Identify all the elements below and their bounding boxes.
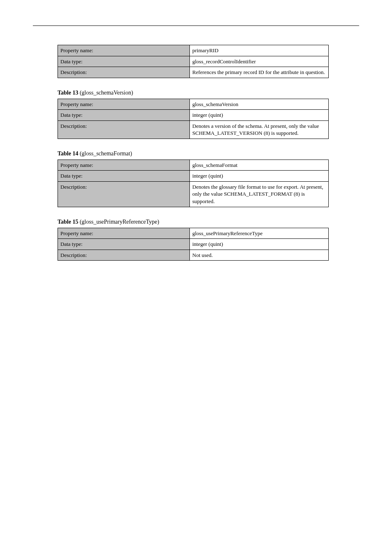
table-row: Data type:integer (quint): [58, 171, 329, 182]
property-table: Property name:gloss_schemaVersionData ty…: [58, 99, 329, 139]
table-row: Data type:integer (quint): [58, 239, 329, 250]
data-type-label: Data type:: [58, 239, 190, 250]
table-row: Description:Denotes a version of the sch…: [58, 120, 329, 139]
property-name-label: Property name:: [58, 45, 190, 56]
property-name-value: gloss_schemaVersion: [190, 99, 329, 110]
data-type-value: integer (quint): [190, 239, 329, 250]
property-name-label: Property name:: [58, 160, 190, 171]
description-label: Description:: [58, 250, 190, 261]
table-row: Property name:primaryRID: [58, 45, 329, 56]
data-type-label: Data type:: [58, 110, 190, 121]
data-type-value: gloss_recordControlIdentifier: [190, 56, 329, 67]
description-value: Denotes the glossary file format to use …: [190, 181, 329, 207]
property-name-label: Property name:: [58, 99, 190, 110]
page-rule: [33, 25, 359, 26]
property-name-label: Property name:: [58, 228, 190, 239]
data-type-label: Data type:: [58, 56, 190, 67]
table-row: Description:Not used.: [58, 250, 329, 261]
table-row: Property name:gloss_schemaVersion: [58, 99, 329, 110]
property-name-value: gloss_schemaFormat: [190, 160, 329, 171]
table-row: Description:References the primary recor…: [58, 67, 329, 78]
table-caption: Table 15 (gloss_usePrimaryReferenceType): [58, 219, 359, 225]
table-row: Data type:integer (quint): [58, 110, 329, 121]
table-caption: Table 14 (gloss_schemaFormat): [58, 150, 359, 157]
description-value: Denotes a version of the schema. At pres…: [190, 120, 329, 139]
description-value: Not used.: [190, 250, 329, 261]
data-type-value: integer (quint): [190, 171, 329, 182]
data-type-value: integer (quint): [190, 110, 329, 121]
table-row: Property name:gloss_usePrimaryReferenceT…: [58, 228, 329, 239]
description-value: References the primary record ID for the…: [190, 67, 329, 78]
property-table: Property name:gloss_usePrimaryReferenceT…: [58, 228, 329, 261]
table-row: Property name:gloss_schemaFormat: [58, 160, 329, 171]
data-type-label: Data type:: [58, 171, 190, 182]
property-name-value: gloss_usePrimaryReferenceType: [190, 228, 329, 239]
property-table: Property name:gloss_schemaFormatData typ…: [58, 160, 329, 207]
table-caption: Table 13 (gloss_schemaVersion): [58, 90, 359, 96]
table-row: Data type:gloss_recordControlIdentifier: [58, 56, 329, 67]
property-table: Property name:primaryRIDData type:gloss_…: [58, 45, 329, 78]
property-name-value: primaryRID: [190, 45, 329, 56]
description-label: Description:: [58, 67, 190, 78]
description-label: Description:: [58, 181, 190, 207]
table-row: Description:Denotes the glossary file fo…: [58, 181, 329, 207]
description-label: Description:: [58, 120, 190, 139]
